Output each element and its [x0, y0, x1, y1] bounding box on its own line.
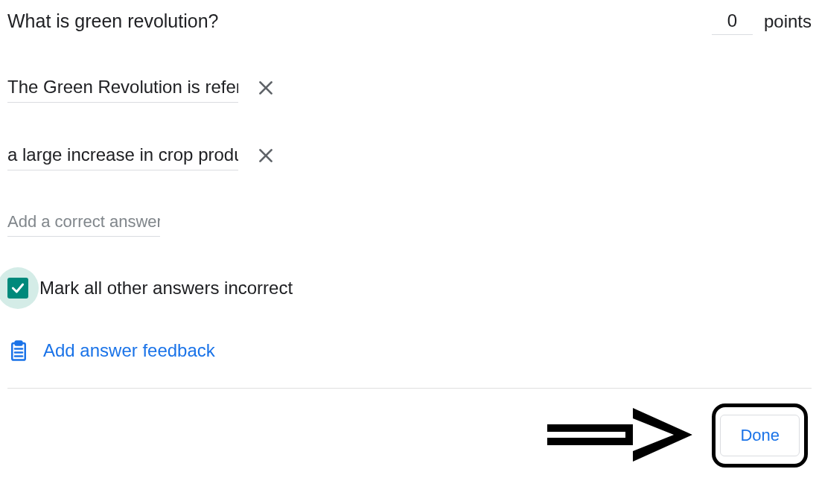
answer-row	[7, 72, 812, 103]
close-icon	[256, 146, 275, 165]
add-answer-input[interactable]	[7, 208, 160, 237]
points-label: points	[764, 11, 812, 32]
mark-incorrect-label: Mark all other answers incorrect	[39, 278, 293, 299]
clipboard-icon	[7, 339, 30, 362]
points-input[interactable]	[712, 7, 753, 35]
svg-marker-10	[633, 408, 692, 462]
add-feedback-link[interactable]: Add answer feedback	[7, 339, 812, 362]
answer-input-1[interactable]	[7, 72, 238, 103]
done-button[interactable]: Done	[720, 415, 800, 456]
mark-incorrect-row: Mark all other answers incorrect	[7, 278, 812, 299]
answer-row	[7, 140, 812, 170]
svg-marker-9	[547, 424, 633, 445]
question-title: What is green revolution?	[7, 10, 218, 32]
divider	[7, 388, 812, 389]
done-button-highlight: Done	[712, 403, 808, 468]
answer-input-2[interactable]	[7, 140, 238, 170]
svg-rect-5	[16, 342, 22, 345]
footer-row: Done	[7, 403, 812, 468]
add-answer-row	[7, 208, 812, 237]
question-header: What is green revolution? points	[7, 7, 812, 35]
remove-answer-button[interactable]	[253, 75, 278, 101]
check-icon	[10, 281, 25, 296]
points-group: points	[712, 7, 812, 35]
mark-incorrect-checkbox[interactable]	[7, 278, 28, 299]
remove-answer-button[interactable]	[253, 143, 278, 168]
close-icon	[256, 78, 275, 98]
arrow-annotation-icon	[547, 402, 696, 469]
add-feedback-label: Add answer feedback	[43, 340, 215, 361]
